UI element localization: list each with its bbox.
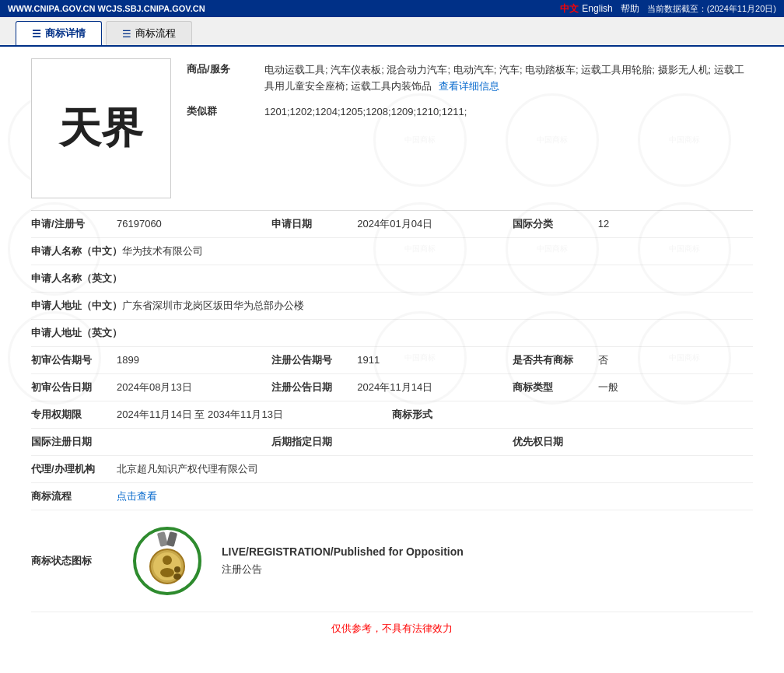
reg-pub-date-label: 注册公告日期 bbox=[271, 380, 357, 394]
reg-pub-date-cell: 注册公告日期 2024年11月14日 bbox=[271, 380, 512, 394]
app-date-cell: 申请日期 2024年01月04日 bbox=[271, 217, 512, 231]
shared-mark-value: 否 bbox=[598, 353, 608, 367]
status-icon-area: LIVE/REGISTRATION/Published for Oppositi… bbox=[132, 526, 464, 596]
applicant-cn-cell: 申请人名称（中文） 华为技术有限公司 bbox=[31, 244, 211, 258]
info-row-process: 商标流程 点击查看 bbox=[31, 483, 753, 510]
exclusive-period-cell: 专用权期限 2024年11月14日 至 2034年11月13日 bbox=[31, 408, 392, 422]
goods-service-link[interactable]: 查看详细信息 bbox=[439, 80, 499, 92]
applicant-en-cell: 申请人名称（英文） bbox=[31, 272, 130, 286]
app-reg-no-label: 申请/注册号 bbox=[31, 217, 117, 231]
reg-pub-no-value: 1911 bbox=[357, 354, 380, 366]
agent-label: 代理/办理机构 bbox=[31, 462, 117, 476]
later-designation-cell: 后期指定日期 bbox=[271, 435, 512, 449]
later-designation-label: 后期指定日期 bbox=[271, 435, 357, 449]
app-reg-no-cell: 申请/注册号 76197060 bbox=[31, 217, 271, 231]
prelim-pub-date-cell: 初审公告日期 2024年08月13日 bbox=[31, 380, 271, 394]
svg-rect-1 bbox=[157, 531, 168, 547]
status-cn-text: 注册公告 bbox=[222, 563, 464, 577]
address-en-cell: 申请人地址（英文） bbox=[31, 326, 130, 340]
info-row-intl-dates: 国际注册日期 后期指定日期 优先权日期 bbox=[31, 429, 753, 456]
goods-service-row: 商品/服务 电动运载工具; 汽车仪表板; 混合动力汽车; 电动汽车; 汽车; 电… bbox=[187, 62, 753, 95]
goods-service-value: 电动运载工具; 汽车仪表板; 混合动力汽车; 电动汽车; 汽车; 电动踏板车; … bbox=[264, 62, 753, 95]
similar-group-value: 1201;1202;1204;1205;1208;1209;1210;1211; bbox=[264, 104, 753, 121]
intl-reg-date-cell: 国际注册日期 bbox=[31, 435, 271, 449]
reg-pub-no-label: 注册公告期号 bbox=[271, 353, 357, 367]
status-medal-icon bbox=[132, 526, 202, 596]
applicant-cn-label: 申请人名称（中文） bbox=[31, 244, 122, 258]
reg-pub-date-value: 2024年11月14日 bbox=[357, 380, 432, 394]
reg-pub-no-cell: 注册公告期号 1911 bbox=[271, 353, 512, 367]
svg-point-8 bbox=[173, 573, 181, 580]
tab-process[interactable]: ☰ 商标流程 bbox=[106, 21, 192, 45]
prelim-pub-no-label: 初审公告期号 bbox=[31, 353, 117, 367]
mark-type-value: 一般 bbox=[598, 380, 618, 394]
agent-value: 北京超凡知识产权代理有限公司 bbox=[117, 462, 258, 476]
info-row-period: 专用权期限 2024年11月14日 至 2034年11月13日 商标形式 bbox=[31, 401, 753, 429]
prelim-pub-no-cell: 初审公告期号 1899 bbox=[31, 353, 271, 367]
info-row-pub-no: 初审公告期号 1899 注册公告期号 1911 是否共有商标 否 bbox=[31, 347, 753, 374]
svg-point-5 bbox=[163, 556, 172, 565]
mark-form-label: 商标形式 bbox=[392, 408, 478, 422]
lang-en-button[interactable]: English bbox=[582, 3, 612, 14]
app-date-value: 2024年01月04日 bbox=[357, 217, 432, 231]
priority-date-cell: 优先权日期 bbox=[513, 435, 753, 449]
lang-cn-button[interactable]: 中文 bbox=[560, 2, 579, 16]
intl-class-value: 12 bbox=[598, 218, 609, 230]
address-cn-cell: 申请人地址（中文） 广东省深圳市龙岗区坂田华为总部办公楼 bbox=[31, 299, 312, 313]
shared-mark-cell: 是否共有商标 否 bbox=[513, 353, 753, 367]
site-url: WWW.CNIPA.GOV.CN WCJS.SBJ.CNIPA.GOV.CN bbox=[8, 4, 560, 13]
info-row-applicant-cn: 申请人名称（中文） 华为技术有限公司 bbox=[31, 238, 753, 265]
status-section-label: 商标状态图标 bbox=[31, 554, 117, 568]
help-button[interactable]: 帮助 bbox=[621, 2, 639, 16]
tab-process-label: 商标流程 bbox=[135, 26, 176, 40]
info-section: 申请/注册号 76197060 申请日期 2024年01月04日 国际分类 12… bbox=[31, 210, 753, 510]
main-content: 中国商标 中国商标 中国商标 中国商标 中国商标 中国商标 中国商标 中国商标 … bbox=[0, 47, 784, 657]
disclaimer: 仅供参考，不具有法律效力 bbox=[31, 612, 753, 645]
process-cell: 商标流程 点击查看 bbox=[31, 489, 165, 503]
status-text-area: LIVE/REGISTRATION/Published for Oppositi… bbox=[222, 545, 464, 577]
tab-detail-label: 商标详情 bbox=[45, 26, 86, 40]
app-reg-no-value: 76197060 bbox=[117, 218, 162, 230]
intl-class-label: 国际分类 bbox=[513, 217, 598, 231]
similar-group-row: 类似群 1201;1202;1204;1205;1208;1209;1210;1… bbox=[187, 104, 753, 121]
address-en-label: 申请人地址（英文） bbox=[31, 326, 122, 340]
info-row-pub-date: 初审公告日期 2024年08月13日 注册公告日期 2024年11月14日 商标… bbox=[31, 374, 753, 401]
info-row-1: 申请/注册号 76197060 申请日期 2024年01月04日 国际分类 12 bbox=[31, 211, 753, 238]
info-row-agent: 代理/办理机构 北京超凡知识产权代理有限公司 bbox=[31, 456, 753, 483]
detail-tab-icon: ☰ bbox=[32, 28, 41, 40]
trademark-image-box: 天界 bbox=[31, 58, 171, 198]
process-tab-icon: ☰ bbox=[122, 28, 131, 40]
svg-point-6 bbox=[160, 568, 174, 577]
similar-group-label: 类似群 bbox=[187, 104, 264, 121]
process-label: 商标流程 bbox=[31, 489, 117, 503]
mark-form-cell: 商标形式 bbox=[392, 408, 753, 422]
exclusive-period-label: 专用权期限 bbox=[31, 408, 117, 422]
trademark-image-text: 天界 bbox=[59, 100, 143, 157]
prelim-pub-no-value: 1899 bbox=[117, 354, 139, 366]
goods-service-label: 商品/服务 bbox=[187, 62, 264, 95]
info-row-address-en: 申请人地址（英文） bbox=[31, 320, 753, 347]
prelim-pub-date-label: 初审公告日期 bbox=[31, 380, 117, 394]
prelim-pub-date-value: 2024年08月13日 bbox=[117, 380, 192, 394]
svg-rect-2 bbox=[166, 531, 177, 547]
top-bar: WWW.CNIPA.GOV.CN WCJS.SBJ.CNIPA.GOV.CN 中… bbox=[0, 0, 784, 17]
app-date-label: 申请日期 bbox=[271, 217, 357, 231]
status-section: 商标状态图标 LIVE/REGISTRATION/Publishe bbox=[31, 510, 753, 612]
agent-cell: 代理/办理机构 北京超凡知识产权代理有限公司 bbox=[31, 462, 266, 476]
goods-service-section: 商品/服务 电动运载工具; 汽车仪表板; 混合动力汽车; 电动汽车; 汽车; 电… bbox=[187, 58, 753, 198]
intl-class-cell: 国际分类 12 bbox=[513, 217, 753, 231]
data-date: 当前数据截至：(2024年11月20日) bbox=[647, 3, 776, 15]
priority-date-label: 优先权日期 bbox=[513, 435, 598, 449]
intl-reg-date-label: 国际注册日期 bbox=[31, 435, 117, 449]
mark-type-cell: 商标类型 一般 bbox=[513, 380, 753, 394]
info-row-address-cn: 申请人地址（中文） 广东省深圳市龙岗区坂田华为总部办公楼 bbox=[31, 293, 753, 320]
tab-bar: ☰ 商标详情 ☰ 商标流程 bbox=[0, 17, 784, 47]
tab-detail[interactable]: ☰ 商标详情 bbox=[16, 21, 102, 45]
process-link[interactable]: 点击查看 bbox=[117, 489, 157, 503]
applicant-en-label: 申请人名称（英文） bbox=[31, 272, 122, 286]
applicant-cn-value: 华为技术有限公司 bbox=[122, 244, 203, 258]
status-en-text: LIVE/REGISTRATION/Published for Oppositi… bbox=[222, 545, 464, 558]
top-section: 天界 商品/服务 电动运载工具; 汽车仪表板; 混合动力汽车; 电动汽车; 汽车… bbox=[31, 58, 753, 198]
mark-type-label: 商标类型 bbox=[513, 380, 598, 394]
exclusive-period-value: 2024年11月14日 至 2034年11月13日 bbox=[117, 408, 283, 422]
